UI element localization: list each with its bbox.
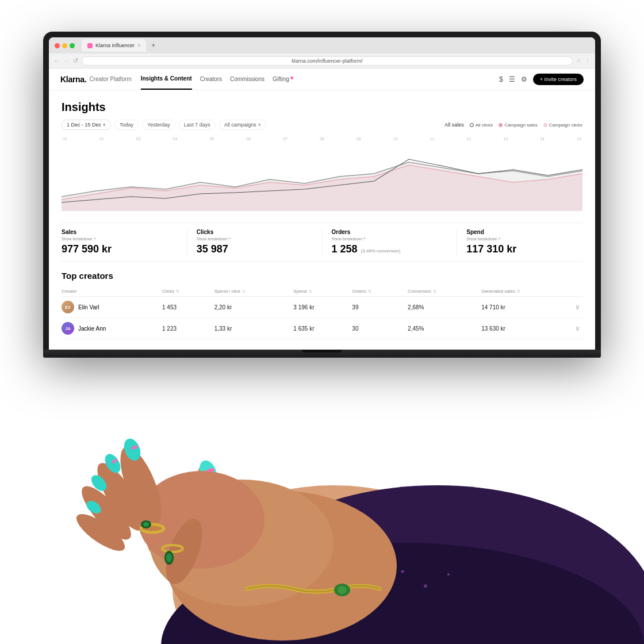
dollar-icon[interactable]: $ — [499, 75, 503, 83]
settings-icon[interactable]: ⚙ — [521, 75, 527, 83]
svg-point-16 — [216, 541, 227, 550]
stat-sales: Sales Show breakdown ▾ 977 590 kr — [62, 229, 187, 255]
address-bar: ← → ↺ klarna.com/influencer-platform/ ☆ … — [49, 53, 595, 68]
traffic-lights — [55, 43, 75, 48]
spend-value: 117 310 kr — [466, 243, 582, 255]
th-expand — [571, 286, 582, 297]
filter-bar: 1 Dec - 15 Dec ▾ Today Yesterday Last 7 … — [62, 120, 582, 130]
chart-legend: All sales All clicks Campaign sales — [444, 122, 582, 128]
th-conversion[interactable]: Conversion ⇅ — [403, 286, 477, 297]
sales-breakdown[interactable]: Show breakdown ▾ — [62, 236, 178, 241]
forward-button[interactable]: → — [63, 57, 70, 64]
browser-window: Klarna Influencer × + ← → ↺ klarna.com/i… — [49, 37, 595, 350]
spend-click-sort-icon: ⇅ — [242, 289, 246, 294]
creator-name-jackie: Jackie Ann — [78, 325, 106, 332]
url-text: klarna.com/influencer-platform/ — [292, 58, 363, 64]
yesterday-filter[interactable]: Yesterday — [142, 120, 175, 130]
jackie-orders: 30 — [347, 318, 403, 339]
chart-container: 01 02 03 04 05 06 07 08 09 10 11 12 — [62, 137, 582, 213]
svg-point-17 — [430, 604, 433, 608]
elin-expand-button[interactable]: ∨ — [571, 297, 582, 318]
legend-campaign-sales: Campaign sales — [499, 122, 537, 128]
creator-name-elin: Elin Varl — [78, 304, 99, 310]
list-icon[interactable]: ☰ — [509, 75, 515, 83]
elin-conversion: 2,68% — [403, 297, 477, 318]
th-orders[interactable]: Orders ⇅ — [347, 286, 403, 297]
menu-icon[interactable]: ⋮ — [585, 57, 591, 64]
browser-titlebar: Klarna Influencer × + — [49, 37, 595, 53]
new-tab-button[interactable]: + — [151, 41, 155, 49]
date-range-filter[interactable]: 1 Dec - 15 Dec ▾ — [62, 120, 111, 130]
nav-item-creators[interactable]: Creators — [200, 68, 222, 90]
conversion-sort-icon: ⇅ — [433, 289, 436, 294]
stats-row: Sales Show breakdown ▾ 977 590 kr Clicks — [62, 223, 582, 262]
spend-breakdown[interactable]: Show breakdown ▾ — [466, 236, 582, 241]
spend-label: Spend — [466, 229, 484, 235]
elin-spend: 3 196 kr — [289, 297, 347, 318]
legend-campaign-clicks: Campaign clicks — [543, 122, 582, 128]
nav-item-insights[interactable]: Insights & Content — [141, 68, 192, 90]
nav-item-commissions[interactable]: Commissions — [230, 68, 264, 90]
stat-spend: Spend Show breakdown ▾ 117 310 kr — [457, 229, 582, 255]
gifting-badge — [290, 76, 293, 79]
svg-point-19 — [447, 622, 450, 624]
svg-point-18 — [413, 616, 415, 619]
tab-title: Klarna Influencer — [95, 43, 135, 48]
top-creators-section: Top creators Creator — [62, 271, 582, 339]
table-row[interactable]: EV Elin Varl 1 453 2,20 kr 3 196 kr 39 2… — [62, 297, 582, 318]
svg-marker-21 — [62, 162, 582, 211]
orders-conversion: (3,49% conversion) — [361, 248, 401, 254]
creators-table: Creator Clicks ⇅ — [62, 286, 582, 339]
minimize-button[interactable] — [62, 43, 67, 48]
invite-creators-button[interactable]: + Invite creators — [533, 74, 584, 85]
jackie-spend-click: 1,33 kr — [210, 318, 289, 339]
nav-right-icons: $ ☰ ⚙ + Invite creators — [499, 74, 584, 85]
url-bar[interactable]: klarna.com/influencer-platform/ — [82, 56, 573, 66]
orders-breakdown[interactable]: Show breakdown ▾ — [332, 236, 448, 241]
nav-links: Insights & Content Creators Commissions … — [141, 68, 293, 90]
orders-label: Orders — [332, 229, 351, 235]
jackie-expand-button[interactable]: ∨ — [571, 318, 582, 339]
tab-close-icon[interactable]: × — [137, 43, 140, 48]
spend-sort-icon: ⇅ — [309, 289, 312, 294]
jackie-spend: 1 635 kr — [289, 318, 347, 339]
campaigns-filter[interactable]: All campaigns ▾ — [219, 120, 266, 130]
page-title: Insights — [62, 101, 582, 114]
last7-filter[interactable]: Last 7 days — [179, 120, 216, 130]
creator-cell: EV Elin Varl — [62, 301, 153, 313]
back-button[interactable]: ← — [53, 57, 60, 64]
jackie-clicks: 1 223 — [158, 318, 210, 339]
creator-cell: JA Jackie Ann — [62, 322, 153, 335]
th-spend-click[interactable]: Spend / click ⇅ — [210, 286, 289, 297]
legend-all-clicks: All clicks — [470, 122, 493, 128]
th-generated-sales[interactable]: Generated sales ⇅ — [477, 286, 571, 297]
orders-sort-icon: ⇅ — [368, 289, 371, 294]
elin-orders: 39 — [347, 297, 403, 318]
clicks-value: 35 987 — [197, 243, 313, 255]
elin-clicks: 1 453 — [158, 297, 210, 318]
insights-chart — [62, 142, 582, 211]
refresh-button[interactable]: ↺ — [73, 57, 78, 64]
bookmark-icon[interactable]: ☆ — [576, 57, 581, 64]
table-row[interactable]: JA Jackie Ann 1 223 1,33 kr 1 635 kr 30 … — [62, 318, 582, 339]
th-creator: Creator — [62, 286, 158, 297]
legend-all-sales: All sales — [444, 122, 464, 128]
avatar-jackie: JA — [62, 322, 74, 335]
elin-spend-click: 2,20 kr — [210, 297, 289, 318]
close-button[interactable] — [55, 43, 60, 48]
clicks-breakdown[interactable]: Show breakdown ▾ — [197, 236, 313, 241]
th-clicks[interactable]: Clicks ⇅ — [158, 286, 210, 297]
orders-value: 1 258 — [332, 243, 358, 255]
maximize-button[interactable] — [70, 43, 75, 48]
th-spend[interactable]: Spend ⇅ — [289, 286, 347, 297]
nav-item-gifting[interactable]: Gifting — [273, 68, 293, 90]
stat-orders: Orders Show breakdown ▾ 1 258 (3,49% con… — [323, 229, 458, 255]
today-filter[interactable]: Today — [114, 120, 139, 130]
stat-clicks: Clicks Show breakdown ▾ 35 987 — [187, 229, 323, 255]
browser-tab[interactable]: Klarna Influencer × — [82, 39, 146, 52]
sales-value: 977 590 kr — [62, 243, 178, 255]
elin-generated-sales: 14 710 kr — [477, 297, 571, 318]
jackie-generated-sales: 13 630 kr — [477, 318, 571, 339]
laptop-screen: Klarna Influencer × + ← → ↺ klarna.com/i… — [43, 32, 601, 350]
clicks-label: Clicks — [197, 229, 213, 235]
